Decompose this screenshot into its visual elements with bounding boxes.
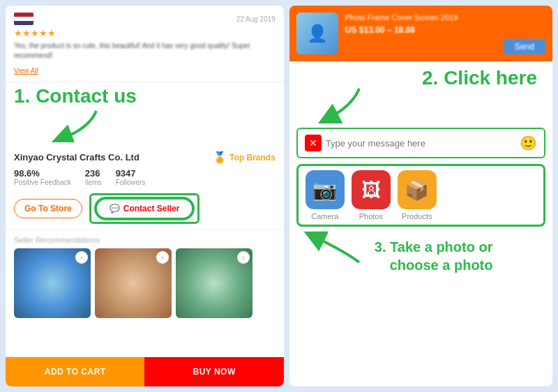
product-thumbnail: 👤: [296, 13, 338, 54]
bottom-buttons: ADD TO CART BUY NOW: [6, 357, 284, 386]
rec-arrow-1: ›: [75, 251, 88, 264]
positive-feedback-label: Positive Feedback: [14, 179, 71, 186]
camera-icon: 📷: [306, 170, 345, 209]
top-brand-label: Top Brands: [229, 153, 276, 163]
seller-name: Xinyao Crystal Crafts Co. Ltd: [14, 152, 140, 163]
items-stat: 236 items: [85, 168, 102, 186]
arrow-up-left-icon: [296, 231, 366, 266]
rec-image-1[interactable]: ›: [14, 248, 91, 318]
add-to-cart-button[interactable]: ADD TO CART: [6, 357, 144, 386]
rec-arrow-3: ›: [237, 251, 250, 264]
product-thumb-inner: 👤: [296, 13, 338, 54]
media-icons-area: 📷 Camera 🖼 Photos 📦 Products: [296, 164, 545, 227]
review-date: 22 Aug 2019: [236, 15, 276, 23]
step3-label: 3. Take a photo or choose a photo: [366, 231, 502, 277]
medal-icon: 🏅: [213, 151, 227, 164]
buy-now-button[interactable]: BUY NOW: [144, 357, 283, 386]
message-input-row: ✕ 🙂: [296, 128, 545, 158]
stats-row: 98.6% Positive Feedback 236 items 9347 F…: [14, 168, 276, 186]
go-to-store-button[interactable]: Go To Store: [14, 199, 82, 218]
product-title: Photo Frame Cover Screen 2019: [345, 13, 497, 22]
photos-label: Photos: [359, 212, 383, 220]
star-rating: ★★★★★: [14, 28, 276, 38]
send-button[interactable]: Send: [504, 39, 545, 54]
chat-icon: 💬: [110, 204, 120, 213]
rec-images-row: › › ›: [14, 248, 276, 318]
emoji-icon[interactable]: 🙂: [520, 135, 537, 151]
photos-icon: 🖼: [352, 170, 391, 209]
message-input[interactable]: [326, 138, 515, 149]
view-all-link[interactable]: View All: [14, 67, 38, 75]
positive-feedback-stat: 98.6% Positive Feedback: [14, 168, 71, 186]
left-panel: 22 Aug 2019 ★★★★★ Yes, the product is so…: [6, 6, 284, 386]
items-label: items: [85, 179, 102, 186]
seller-info-section: Xinyao Crystal Crafts Co. Ltd 🏅 Top Bran…: [6, 145, 284, 229]
camera-label: Camera: [311, 212, 338, 220]
items-value: 236: [85, 168, 102, 179]
top-brand-badge: 🏅 Top Brands: [213, 151, 276, 164]
followers-value: 9347: [116, 168, 146, 179]
review-text: Yes, the product is so cute, this beauti…: [14, 41, 276, 61]
buttons-row: Go To Store 💬 Contact Seller: [14, 193, 276, 224]
followers-label: Followers: [116, 179, 146, 186]
product-preview: 👤 Photo Frame Cover Screen 2019 US $13.0…: [289, 6, 552, 61]
recommendations-title: Seller Recommendations: [14, 236, 276, 244]
product-price: US $13.00 – 18.88: [345, 25, 497, 35]
products-label: Products: [402, 212, 432, 220]
flag-icon: [14, 13, 33, 25]
recommendations-section: Seller Recommendations › › ›: [6, 229, 284, 321]
arrow-down-left-icon: [47, 107, 103, 142]
contact-seller-highlight: 💬 Contact Seller: [89, 193, 200, 224]
camera-icon-item[interactable]: 📷 Camera: [306, 170, 345, 220]
followers-stat: 9347 Followers: [116, 168, 146, 186]
product-info: Photo Frame Cover Screen 2019 US $13.00 …: [345, 13, 497, 35]
products-icon-item[interactable]: 📦 Products: [398, 170, 437, 220]
products-icon: 📦: [398, 170, 437, 209]
right-panel: 👤 Photo Frame Cover Screen 2019 US $13.0…: [289, 6, 552, 386]
seller-name-row: Xinyao Crystal Crafts Co. Ltd 🏅 Top Bran…: [14, 151, 276, 164]
rec-arrow-2: ›: [156, 251, 169, 264]
arrow-down-left2-icon: [317, 85, 366, 123]
contact-seller-button[interactable]: 💬 Contact Seller: [96, 198, 194, 219]
photos-icon-item[interactable]: 🖼 Photos: [352, 170, 391, 220]
positive-feedback-value: 98.6%: [14, 168, 71, 179]
step1-label: 1. Contact us: [6, 82, 284, 107]
rec-image-3[interactable]: ›: [176, 248, 252, 318]
reviewer-row: 22 Aug 2019: [14, 13, 276, 25]
rec-image-2[interactable]: ›: [95, 248, 172, 318]
review-section: 22 Aug 2019 ★★★★★ Yes, the product is so…: [6, 6, 284, 82]
close-red-button[interactable]: ✕: [305, 135, 322, 151]
